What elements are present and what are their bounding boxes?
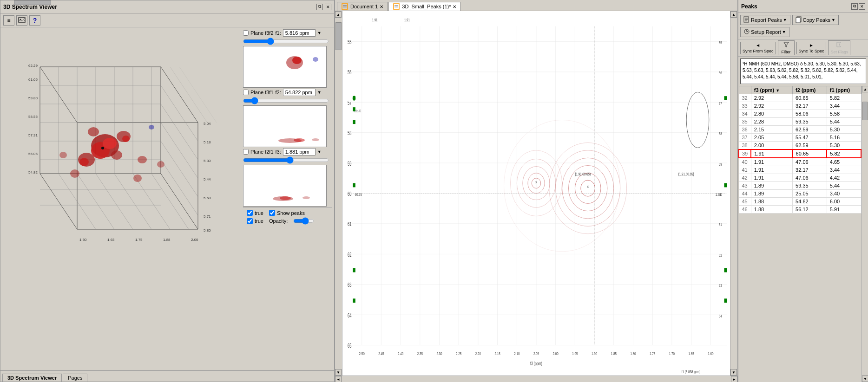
peaks-close-btn[interactable]: ✕ [859, 3, 865, 10]
plane-f3f2-value[interactable]: 5.816 ppm [283, 29, 316, 37]
sync-from-spec-btn[interactable]: ◄ Sync From Spec [740, 42, 776, 54]
right-scrollbar[interactable]: ▲ ▼ [730, 11, 737, 376]
tab-pages[interactable]: Pages [63, 374, 87, 382]
table-row[interactable]: 35 2.28 59.35 5.44 [739, 118, 861, 126]
table-row[interactable]: 39 1.91 60.65 5.82 [739, 149, 861, 158]
scroll-up-right-btn[interactable]: ▲ [730, 11, 737, 18]
report-peaks-icon [743, 16, 750, 24]
peak-f3: 2.80 [751, 110, 792, 118]
plane-f3f1-dropdown[interactable]: ▼ [317, 90, 322, 95]
scroll-right-btn[interactable]: ► [731, 376, 737, 382]
col-f2[interactable]: f2 (ppm) [793, 86, 827, 94]
tab-document1[interactable]: Document 1 ✕ [337, 2, 388, 11]
scroll-left-btn[interactable]: ◄ [335, 376, 342, 382]
plane-f2f1-value[interactable]: 1.881 ppm [283, 148, 316, 155]
show-peaks-checkbox[interactable] [269, 210, 275, 216]
tab-document1-close[interactable]: ✕ [380, 4, 383, 9]
show-spectrum-checkbox[interactable] [247, 210, 253, 216]
opacity-slider[interactable] [293, 217, 314, 225]
plane-f3f1-checkbox[interactable] [243, 90, 249, 95]
nmr-text-content: ¹H NMR (600 MHz, DMSO) δ 5.30, 5.30, 5.3… [743, 61, 861, 79]
table-row[interactable]: 34 2.80 58.06 5.58 [739, 110, 861, 118]
plane-f2f1-slider[interactable] [243, 156, 329, 164]
plane-f3f1-preview [243, 105, 327, 147]
plane-f3f1-slider[interactable] [243, 97, 329, 104]
show-frames-checkbox[interactable] [247, 218, 253, 224]
filter-btn[interactable]: Filter [778, 40, 795, 55]
bottom-controls: true Show peaks true Opacity: [243, 207, 332, 227]
tab-3d-spectrum-viewer[interactable]: 3D Spectrum Viewer [2, 374, 62, 382]
plane-f3f2-checkbox[interactable] [243, 30, 249, 36]
svg-text:2.15: 2.15 [495, 351, 500, 356]
left-scrollbar[interactable]: ▲ ▼ [335, 11, 342, 376]
peaks-scroll-up[interactable]: ▲ [862, 86, 868, 92]
col-f3[interactable]: f3 (ppm) ▼ [751, 86, 792, 94]
table-row[interactable]: 36 2.15 62.59 5.30 [739, 126, 861, 134]
row-num: 33 [739, 102, 751, 110]
show-peaks-text: Show peaks [277, 210, 305, 216]
tab-3d-small-peaks[interactable]: 3D_Small_Peaks (1)* ✕ [388, 2, 460, 11]
plane-f2f1-dropdown[interactable]: ▼ [317, 149, 322, 154]
report-peaks-btn[interactable]: Report Peaks ▼ [740, 15, 790, 25]
show-peaks-label[interactable]: Show peaks [269, 210, 305, 216]
plane-f3f2-dropdown[interactable]: ▼ [317, 31, 322, 35]
horizontal-scrollbar[interactable]: ◄ ► [335, 376, 737, 382]
peak-f3: 2.92 [751, 94, 792, 102]
svg-rect-195 [353, 268, 355, 272]
svg-rect-192 [353, 107, 355, 111]
sync-to-spec-label: Sync To Spec [799, 49, 824, 53]
set-flags-btn[interactable]: Set Flags [828, 40, 850, 55]
table-row[interactable]: 46 1.88 56.12 5.91 [739, 206, 861, 214]
scroll-thumb-v[interactable] [335, 22, 342, 50]
svg-point-82 [294, 138, 305, 142]
peaks-restore-btn[interactable]: ⧉ [851, 3, 858, 10]
peaks-scroll-down[interactable]: ▼ [862, 376, 868, 382]
control-row-1: true Show peaks [247, 210, 329, 216]
plane-f3f1-value[interactable]: 54.822 ppm [283, 89, 316, 96]
plane-f3f2-slider[interactable] [243, 38, 329, 45]
svg-point-68 [88, 127, 99, 136]
svg-text:5.44: 5.44 [204, 177, 211, 181]
row-num: 40 [739, 158, 751, 166]
table-row[interactable]: 41 1.91 32.17 3.44 [739, 166, 861, 174]
tab-3d-small-peaks-close[interactable]: ✕ [453, 4, 456, 9]
peak-f2: 62.59 [793, 142, 827, 150]
copy-peaks-btn[interactable]: Copy Peaks ▼ [792, 15, 839, 25]
viewer-3d[interactable]: 54.82 56.06 57.31 58.55 59.80 61.05 62.2… [0, 27, 241, 370]
svg-text:59: 59 [348, 161, 352, 167]
middle-panel: Document 1 ✕ 3D_Small_Peaks (1)* ✕ ▲ ▼ [335, 0, 738, 382]
table-row[interactable]: 32 2.92 60.65 5.82 [739, 94, 861, 102]
scroll-thumb-h[interactable] [14, 0, 51, 5]
setup-report-btn[interactable]: Setup Report ▼ [740, 27, 789, 37]
table-row[interactable]: 44 1.89 25.05 3.40 [739, 190, 861, 198]
svg-text:5.58: 5.58 [204, 196, 211, 200]
close-btn[interactable]: ✕ [325, 4, 331, 10]
table-row[interactable]: 37 2.05 55.47 5.16 [739, 134, 861, 142]
svg-text:61.05: 61.05 [28, 78, 38, 82]
scroll-down-btn[interactable]: ▼ [335, 369, 342, 376]
peaks-v-scrollbar[interactable]: ▲ ▼ [861, 86, 868, 382]
setup-report-icon [743, 28, 750, 36]
show-frames-label[interactable]: true [247, 218, 263, 224]
plane-f2f1-checkbox[interactable] [243, 149, 249, 155]
restore-btn[interactable]: ⧉ [316, 4, 323, 10]
menu-btn[interactable]: ≡ [3, 15, 14, 26]
table-row[interactable]: 45 1.88 54.82 6.00 [739, 198, 861, 206]
table-row[interactable]: 40 1.91 47.06 4.65 [739, 158, 861, 166]
show-spectrum-label[interactable]: true [247, 210, 263, 216]
table-row[interactable]: 33 2.92 32.17 3.44 [739, 102, 861, 110]
svg-line-30 [133, 174, 170, 229]
scroll-down-right-btn[interactable]: ▼ [730, 369, 737, 376]
table-row[interactable]: 43 1.89 59.35 5.44 [739, 182, 861, 190]
spectrum-area[interactable]: 55 56 57 58 59 60 61 62 63 64 65 tots/6 [342, 11, 730, 376]
svg-text:1.75: 1.75 [135, 238, 143, 242]
scroll-up-btn[interactable]: ▲ [335, 11, 342, 18]
peak-f1: 4.65 [827, 158, 861, 166]
peaks-scroll-thumb[interactable] [862, 102, 868, 120]
col-f1[interactable]: f1 (ppm) [827, 86, 861, 94]
table-row[interactable]: 42 1.91 47.06 4.42 [739, 174, 861, 182]
sync-to-spec-btn[interactable]: ► Sync To Spec [796, 42, 827, 54]
table-row[interactable]: 38 2.00 62.59 5.30 [739, 142, 861, 150]
image-btn[interactable] [16, 15, 27, 26]
help-btn[interactable]: ? [29, 15, 40, 26]
